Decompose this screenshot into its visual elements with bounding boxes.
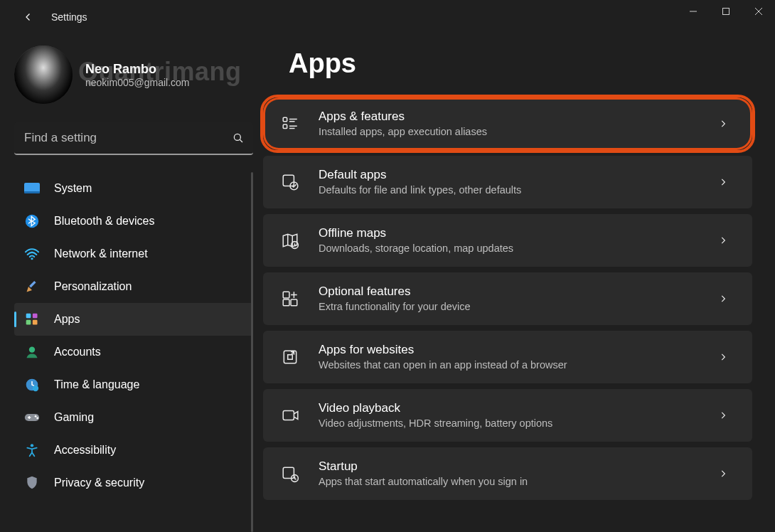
svg-rect-7 bbox=[24, 191, 40, 193]
sidebar-item-privacy-security[interactable]: Privacy & security bbox=[14, 467, 253, 499]
chevron-right-icon bbox=[714, 115, 732, 133]
settings-item-title: Optional features bbox=[319, 284, 695, 299]
window-controls bbox=[677, 0, 775, 23]
svg-rect-10 bbox=[29, 281, 36, 287]
sidebar-item-label: Accounts bbox=[54, 346, 101, 358]
apps-features-icon bbox=[280, 114, 300, 134]
settings-item-apps-features[interactable]: Apps & featuresInstalled apps, app execu… bbox=[263, 97, 752, 150]
svg-rect-23 bbox=[283, 124, 287, 128]
sidebar-item-label: Network & internet bbox=[54, 248, 148, 260]
user-name: Neo Rambo bbox=[85, 61, 253, 77]
chevron-right-icon bbox=[714, 406, 732, 425]
settings-item-title: Video playback bbox=[319, 400, 695, 416]
sidebar-item-label: Gaming bbox=[54, 411, 94, 424]
settings-item-startup[interactable]: StartupApps that start automatically whe… bbox=[263, 447, 752, 500]
nav-list: SystemBluetooth & devicesNetwork & inter… bbox=[14, 172, 253, 499]
svg-rect-32 bbox=[283, 299, 289, 306]
settings-cards: Apps & featuresInstalled apps, app execu… bbox=[263, 97, 752, 503]
svg-rect-6 bbox=[24, 183, 40, 193]
startup-icon bbox=[280, 464, 300, 484]
settings-item-subtitle: Websites that can open in an app instead… bbox=[319, 358, 695, 372]
maximize-icon bbox=[722, 7, 730, 16]
sidebar-item-network-internet[interactable]: Network & internet bbox=[14, 238, 253, 270]
svg-rect-35 bbox=[283, 411, 294, 420]
search-field[interactable] bbox=[14, 122, 253, 155]
svg-point-17 bbox=[33, 385, 38, 391]
user-email: neokim005@gmail.com bbox=[85, 77, 253, 88]
settings-item-title: Default apps bbox=[319, 167, 695, 183]
nav-wrap: SystemBluetooth & devicesNetwork & inter… bbox=[14, 172, 253, 532]
avatar bbox=[14, 46, 73, 104]
privacy-icon bbox=[24, 475, 40, 491]
chevron-right-icon bbox=[714, 173, 732, 191]
svg-point-21 bbox=[31, 444, 33, 447]
back-button[interactable] bbox=[17, 6, 40, 28]
system-icon bbox=[24, 181, 40, 196]
minimize-icon bbox=[689, 7, 698, 16]
main: Apps Apps & featuresInstalled apps, app … bbox=[263, 34, 775, 532]
page-title: Apps bbox=[289, 48, 752, 79]
sidebar: Quantrimang Neo Rambo neokim005@gmail.co… bbox=[0, 34, 263, 532]
svg-rect-36 bbox=[283, 467, 294, 478]
back-arrow-icon bbox=[22, 11, 35, 23]
settings-item-subtitle: Video adjustments, HDR streaming, batter… bbox=[319, 416, 695, 430]
sidebar-item-label: Bluetooth & devices bbox=[54, 215, 154, 228]
sidebar-scrollbar[interactable] bbox=[251, 172, 253, 532]
settings-item-subtitle: Downloads, storage location, map updates bbox=[319, 241, 695, 255]
svg-point-15 bbox=[29, 347, 35, 353]
sidebar-item-label: Personalization bbox=[54, 280, 132, 293]
svg-rect-13 bbox=[26, 320, 31, 325]
settings-item-offline-maps[interactable]: Offline mapsDownloads, storage location,… bbox=[263, 214, 752, 267]
settings-item-subtitle: Apps that start automatically when you s… bbox=[319, 474, 695, 489]
settings-item-default-apps[interactable]: Default appsDefaults for file and link t… bbox=[263, 156, 752, 208]
settings-window: Settings Quantrimang Neo Rambo neokim005… bbox=[0, 0, 775, 532]
svg-point-20 bbox=[36, 417, 38, 419]
time-language-icon bbox=[24, 377, 40, 393]
chevron-right-icon bbox=[714, 348, 732, 366]
sidebar-item-bluetooth-devices[interactable]: Bluetooth & devices bbox=[14, 205, 253, 238]
settings-item-title: Apps & features bbox=[319, 109, 695, 124]
search-icon bbox=[232, 132, 245, 144]
svg-rect-31 bbox=[283, 292, 289, 298]
sidebar-item-label: Time & language bbox=[54, 378, 139, 391]
settings-item-apps-for-websites[interactable]: Apps for websitesWebsites that can open … bbox=[263, 331, 752, 383]
video-playback-icon bbox=[280, 405, 300, 425]
sidebar-item-personalization[interactable]: Personalization bbox=[14, 270, 253, 303]
settings-item-subtitle: Installed apps, app execution aliases bbox=[319, 124, 695, 139]
sidebar-item-gaming[interactable]: Gaming bbox=[14, 401, 253, 434]
sidebar-item-label: Apps bbox=[54, 313, 80, 326]
search-input[interactable] bbox=[23, 130, 232, 146]
maximize-button[interactable] bbox=[710, 0, 742, 23]
svg-point-4 bbox=[234, 134, 240, 140]
personalization-icon bbox=[24, 279, 40, 294]
sidebar-item-label: Privacy & security bbox=[54, 477, 144, 489]
accounts-icon bbox=[24, 344, 40, 360]
sidebar-item-accessibility[interactable]: Accessibility bbox=[14, 434, 253, 467]
body: Quantrimang Neo Rambo neokim005@gmail.co… bbox=[0, 34, 775, 532]
settings-item-video-playback[interactable]: Video playbackVideo adjustments, HDR str… bbox=[263, 389, 752, 442]
close-button[interactable] bbox=[742, 0, 775, 23]
svg-line-5 bbox=[240, 139, 242, 142]
sidebar-item-time-language[interactable]: Time & language bbox=[14, 368, 253, 401]
svg-rect-33 bbox=[291, 299, 297, 306]
bluetooth-icon bbox=[24, 213, 40, 229]
sidebar-item-accounts[interactable]: Accounts bbox=[14, 336, 253, 368]
optional-features-icon bbox=[280, 289, 300, 309]
svg-rect-11 bbox=[26, 314, 31, 319]
svg-point-9 bbox=[31, 257, 33, 260]
sidebar-item-system[interactable]: System bbox=[14, 172, 253, 205]
accessibility-icon bbox=[24, 442, 40, 458]
apps-websites-icon bbox=[280, 347, 300, 367]
settings-item-optional-features[interactable]: Optional featuresExtra functionality for… bbox=[263, 272, 752, 325]
svg-rect-1 bbox=[723, 9, 729, 15]
profile[interactable]: Quantrimang Neo Rambo neokim005@gmail.co… bbox=[14, 46, 253, 104]
sidebar-item-label: System bbox=[54, 182, 92, 195]
svg-rect-12 bbox=[33, 314, 38, 319]
svg-point-19 bbox=[35, 415, 37, 417]
apps-icon bbox=[24, 312, 40, 327]
close-icon bbox=[754, 7, 763, 16]
titlebar: Settings bbox=[0, 0, 775, 34]
minimize-button[interactable] bbox=[677, 0, 710, 23]
sidebar-item-apps[interactable]: Apps bbox=[14, 303, 253, 336]
offline-maps-icon bbox=[280, 230, 300, 250]
